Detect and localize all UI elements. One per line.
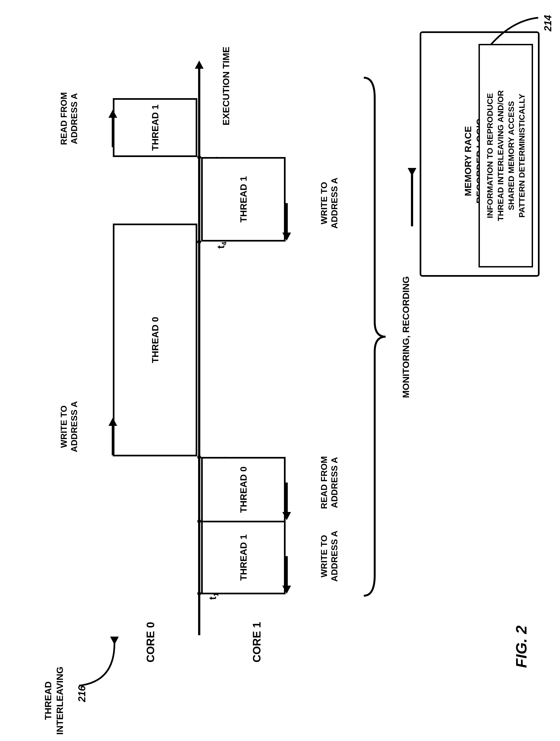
c3-arrow xyxy=(112,425,114,455)
c2-arrowhead xyxy=(282,512,291,520)
chunk-c5: THREAD 1 xyxy=(113,98,197,157)
tick-t3 xyxy=(197,455,201,459)
title-line2: INTERLEAVING xyxy=(55,667,65,735)
chunk-c4-label: THREAD 1 xyxy=(238,176,249,222)
recorder-outer-box: MEMORY RACE RECORDER LOGIC 205 INFORMATI… xyxy=(420,31,540,277)
c5-arrowhead xyxy=(109,110,117,118)
tick-t1 xyxy=(197,592,201,595)
chunk-c2: THREAD 0 xyxy=(201,457,286,522)
c4-anno-l1: WRITE TO xyxy=(319,182,329,224)
c5-arrow xyxy=(112,117,114,147)
tick-t4 xyxy=(197,240,201,244)
c5-annotation: READ FROM ADDRESS A xyxy=(59,88,80,149)
recorder-inner-l2: THREAD INTERLEAVING AND/OR xyxy=(496,90,505,221)
c4-anno-l2: ADDRESS A xyxy=(330,178,339,228)
chunk-c5-label: THREAD 1 xyxy=(150,105,160,151)
diagram-title-ref: 216 xyxy=(76,686,88,702)
recorder-inner-text: INFORMATION TO REPRODUCE THREAD INTERLEA… xyxy=(485,90,527,221)
c2-anno-l1: READ FROM xyxy=(319,456,329,509)
c2-arrow xyxy=(286,482,288,513)
recorder-ref-pointer xyxy=(485,15,540,48)
c1-anno-l2: ADDRESS A xyxy=(330,531,339,582)
c2-annotation: READ FROM ADDRESS A xyxy=(319,453,341,513)
c3-anno-l2: ADDRESS A xyxy=(69,401,79,452)
timeline-axis xyxy=(198,68,200,635)
tick-t5 xyxy=(197,155,201,159)
c4-arrow xyxy=(286,203,288,233)
recorder-inner-l3: SHARED MEMORY ACCESS xyxy=(507,101,515,210)
tick-label-t4: t4 xyxy=(215,242,228,249)
recorder-ref: 214 xyxy=(542,15,554,31)
figure-label: FIG. 2 xyxy=(512,625,530,668)
diagram-root: THREAD INTERLEAVING 216 CORE 0 CORE 1 EX… xyxy=(0,0,560,741)
monitoring-label: MONITORING, RECORDING xyxy=(401,276,411,398)
c3-anno-l1: WRITE TO xyxy=(59,405,69,448)
c4-arrowhead xyxy=(282,232,291,241)
title-line1: THREAD xyxy=(43,681,53,720)
timeline-arrowhead xyxy=(195,61,204,69)
recorder-inner-l1: INFORMATION TO REPRODUCE xyxy=(485,93,494,218)
chunk-c3: THREAD 0 xyxy=(113,223,197,456)
diagram-title: THREAD INTERLEAVING xyxy=(42,665,64,736)
recorder-inner-l4: PATTERN DETERMINISTICALLY xyxy=(517,94,526,217)
brace-to-recorder-arrowhead xyxy=(408,168,416,176)
brace-to-recorder-arrow xyxy=(411,175,413,226)
chunk-c1-label: THREAD 1 xyxy=(238,534,249,581)
tick-t2 xyxy=(197,519,201,523)
recorder-inner-box: INFORMATION TO REPRODUCE THREAD INTERLEA… xyxy=(479,44,533,267)
c3-annotation: WRITE TO ADDRESS A xyxy=(59,397,80,457)
c1-annotation: WRITE TO ADDRESS A xyxy=(319,526,341,586)
chunk-c4: THREAD 1 xyxy=(201,157,286,242)
title-pointer-curve xyxy=(71,641,120,687)
c1-arrowhead xyxy=(282,586,291,594)
chunk-c1: THREAD 1 xyxy=(201,521,286,594)
c2-anno-l2: ADDRESS A xyxy=(330,457,339,508)
chunk-c3-label: THREAD 0 xyxy=(150,317,160,363)
chunk-c2-label: THREAD 0 xyxy=(238,466,249,513)
title-pointer-arrowhead xyxy=(110,636,119,645)
recorder-title-l1: MEMORY RACE xyxy=(463,126,473,196)
c5-anno-l2: ADDRESS A xyxy=(69,93,79,144)
c1-anno-l1: WRITE TO xyxy=(319,535,329,578)
execution-time-label: EXECUTION TIME xyxy=(221,47,231,125)
c3-arrowhead xyxy=(109,418,117,426)
core0-label: CORE 0 xyxy=(144,622,157,663)
c5-anno-l1: READ FROM xyxy=(59,92,69,145)
monitoring-brace xyxy=(362,76,387,597)
core1-label: CORE 1 xyxy=(251,622,263,663)
c1-arrow xyxy=(286,556,288,586)
c4-annotation: WRITE TO ADDRESS A xyxy=(319,173,341,233)
